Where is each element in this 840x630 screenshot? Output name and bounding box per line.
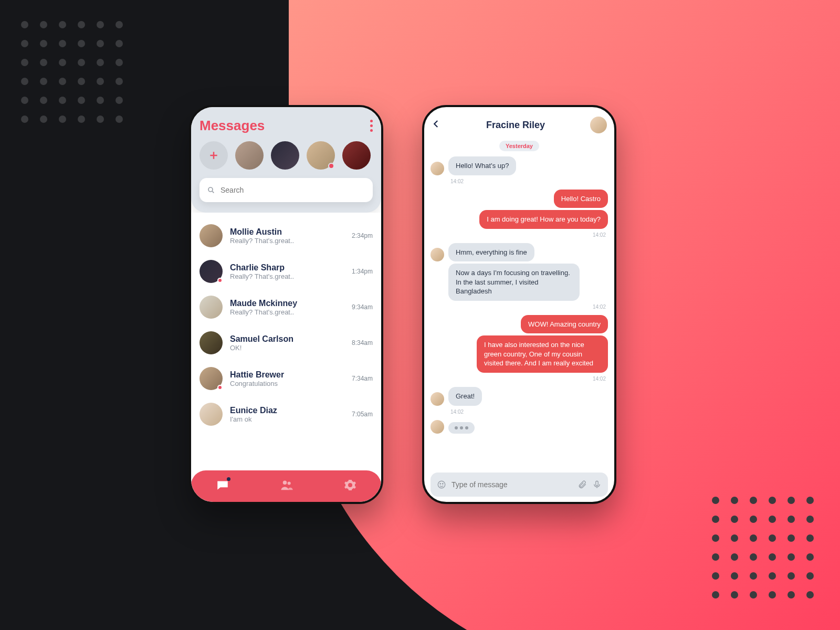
message-in: Now a days I'm focusing on travelling. I…	[448, 264, 580, 301]
decorative-dots-br	[712, 497, 814, 598]
svg-rect-1	[219, 483, 225, 484]
story-avatar[interactable]	[271, 141, 299, 170]
story-row	[200, 141, 373, 170]
svg-point-3	[283, 481, 287, 485]
chat-screen: Fracine Riley Yesterday Hello! What's up…	[422, 105, 616, 504]
conversation-name: Eunice Diaz	[230, 406, 344, 415]
message-input-bar[interactable]	[430, 472, 608, 497]
avatar	[200, 260, 223, 283]
timestamp: 14:02	[430, 303, 608, 313]
search-field[interactable]	[220, 186, 365, 194]
conversation-item[interactable]: Mollie Austin Really? That's.great.. 2:3…	[200, 218, 373, 254]
back-button[interactable]	[432, 118, 441, 132]
messages-screen: Messages Mollie Austin Really? That's.gr…	[189, 105, 383, 504]
conversation-name: Charlie Sharp	[230, 263, 344, 272]
svg-rect-8	[596, 481, 598, 486]
timestamp: 14:02	[448, 408, 608, 418]
avatar	[430, 420, 444, 434]
date-separator: Yesterday	[499, 141, 539, 151]
conversation-snippet: Really? That's.great..	[230, 272, 344, 280]
timestamp: 14:02	[448, 177, 608, 187]
avatar	[200, 224, 223, 247]
message-out: I have also interested on the nice green…	[477, 335, 608, 373]
page-title: Messages	[200, 118, 265, 134]
message-in: Hello! What's up?	[448, 156, 516, 175]
svg-point-6	[440, 484, 441, 485]
search-input[interactable]	[200, 178, 373, 202]
avatar	[200, 403, 223, 426]
conversation-item[interactable]: Charlie Sharp Really? That's.great.. 1:3…	[200, 254, 373, 289]
conversation-time: 2:34pm	[352, 232, 373, 239]
emoji-icon[interactable]	[437, 480, 446, 489]
svg-point-0	[208, 187, 213, 192]
search-icon	[207, 186, 215, 194]
message-out: WOW! Amazing country	[521, 315, 608, 334]
message-in: Hmm, everything is fine	[448, 243, 534, 262]
conversation-snippet: Really? That's.great..	[230, 237, 344, 245]
svg-point-4	[288, 481, 291, 485]
conversation-snippet: OK!	[230, 344, 344, 352]
avatar	[430, 392, 444, 406]
conversation-time: 9:34am	[352, 303, 373, 311]
nav-messages-button[interactable]	[216, 478, 229, 494]
conversation-time: 7:34am	[352, 375, 373, 382]
message-out: I am doing great! How are you today?	[479, 210, 608, 229]
story-avatar[interactable]	[307, 141, 335, 170]
bottom-nav	[191, 470, 381, 502]
message-in: Great!	[448, 387, 482, 406]
avatar	[200, 296, 223, 319]
typing-indicator	[448, 422, 475, 434]
timestamp: 14:02	[430, 231, 608, 241]
avatar	[430, 162, 444, 175]
avatar	[200, 367, 223, 390]
avatar	[200, 331, 223, 354]
conversation-time: 7:05am	[352, 411, 373, 418]
svg-point-7	[443, 484, 444, 485]
svg-point-5	[438, 481, 445, 488]
conversation-item[interactable]: Maude Mckinney Really? That's.great.. 9:…	[200, 289, 373, 325]
avatar[interactable]	[590, 117, 607, 133]
message-out: Hello! Castro	[554, 190, 608, 208]
conversation-item[interactable]: Eunice Diaz I'am ok 7:05am	[200, 396, 373, 432]
conversation-time: 1:34pm	[352, 268, 373, 275]
timestamp: 14:02	[430, 375, 608, 385]
conversation-item[interactable]: Samuel Carlson OK! 8:34am	[200, 325, 373, 361]
conversation-name: Samuel Carlson	[230, 334, 344, 344]
nav-settings-button[interactable]	[344, 479, 356, 494]
notification-dot-icon	[227, 477, 230, 481]
more-icon[interactable]	[370, 120, 373, 132]
story-avatar[interactable]	[235, 141, 264, 170]
avatar	[430, 248, 444, 261]
chat-body: Hello! What's up? 14:02 Hello! Castro I …	[424, 154, 614, 470]
story-avatar[interactable]	[342, 141, 371, 170]
conversation-name: Mollie Austin	[230, 227, 344, 237]
svg-rect-2	[219, 485, 223, 486]
conversation-time: 8:34am	[352, 339, 373, 346]
nav-contacts-button[interactable]	[279, 478, 294, 495]
conversation-snippet: I'am ok	[230, 415, 344, 423]
conversation-snippet: Congratulations	[230, 380, 344, 387]
chat-title: Fracine Riley	[486, 120, 545, 131]
attachment-icon[interactable]	[578, 480, 587, 489]
conversation-name: Hattie Brewer	[230, 370, 344, 380]
microphone-icon[interactable]	[592, 480, 602, 489]
add-story-button[interactable]	[200, 141, 228, 170]
message-input[interactable]	[452, 480, 572, 489]
decorative-dots-tl	[21, 21, 123, 123]
conversation-list: Mollie Austin Really? That's.great.. 2:3…	[191, 213, 381, 469]
conversation-item[interactable]: Hattie Brewer Congratulations 7:34am	[200, 361, 373, 396]
conversation-snippet: Really? That's.great..	[230, 308, 344, 316]
conversation-name: Maude Mckinney	[230, 299, 344, 308]
